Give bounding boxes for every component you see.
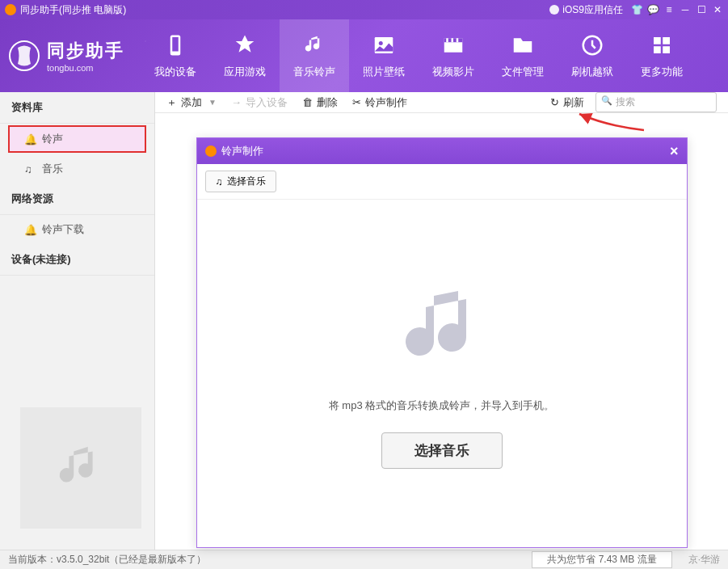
trash-icon: 🗑 xyxy=(302,96,313,108)
logo-subtitle: tongbu.com xyxy=(47,63,124,73)
maximize-button[interactable]: ☐ xyxy=(696,4,707,15)
plus-icon: ＋ xyxy=(166,95,177,110)
sidebar: 资料库 🔔 铃声 ♫ 音乐 网络资源 🔔 铃声下载 设备(未连接) xyxy=(0,92,155,550)
svg-rect-11 xyxy=(654,37,661,44)
app-icon xyxy=(5,4,16,15)
import-button[interactable]: → 导入设备 xyxy=(231,95,288,110)
shirt-icon[interactable]: 👕 xyxy=(631,4,642,15)
more-icon xyxy=(649,32,675,58)
music-note-icon: ♫ xyxy=(24,163,36,175)
apps-icon xyxy=(232,32,258,58)
add-button[interactable]: ＋ 添加 xyxy=(166,95,202,110)
hint-text: 将 mp3 格式的音乐转换成铃声，并导入到手机。 xyxy=(329,398,555,413)
nav-video[interactable]: 视频影片 xyxy=(419,19,488,92)
svg-rect-14 xyxy=(663,46,670,53)
sidebar-section-library: 资料库 xyxy=(0,92,154,124)
svg-point-4 xyxy=(379,41,383,45)
select-music-small-button[interactable]: ♫ 选择音乐 xyxy=(205,171,276,192)
modal-title: 铃声制作 xyxy=(221,144,263,158)
jailbreak-icon xyxy=(579,32,605,58)
ringtone-icon: 🔔 xyxy=(24,133,36,145)
device-icon xyxy=(162,32,188,58)
photo-icon xyxy=(371,32,397,58)
add-dropdown-icon[interactable]: ▼ xyxy=(208,98,217,107)
nav-photos[interactable]: 照片壁纸 xyxy=(349,19,419,92)
nav-device[interactable]: 我的设备 xyxy=(141,19,210,92)
info-icon xyxy=(549,5,559,15)
svg-rect-13 xyxy=(654,46,661,53)
svg-rect-9 xyxy=(457,38,459,42)
modal-header: 铃声制作 × xyxy=(197,138,687,164)
sidebar-section-network: 网络资源 xyxy=(0,183,154,215)
main-nav: 我的设备 应用游戏 音乐铃声 照片壁纸 视频影片 文件管理 刷机越狱 更多功能 xyxy=(141,19,696,92)
folder-icon xyxy=(510,32,536,58)
minimize-button[interactable]: ─ xyxy=(680,4,691,15)
logo-title: 同步助手 xyxy=(47,39,124,63)
sidebar-item-download[interactable]: 🔔 铃声下载 xyxy=(0,215,154,244)
annotation-arrow xyxy=(575,110,648,137)
video-icon xyxy=(440,32,466,58)
music-placeholder-icon xyxy=(393,279,490,379)
logo: 同步助手 tongbu.com xyxy=(8,39,124,73)
close-button[interactable]: ✕ xyxy=(712,4,723,15)
modal-icon xyxy=(205,145,217,157)
sidebar-item-ringtones[interactable]: 🔔 铃声 xyxy=(8,125,146,153)
make-ringtone-button[interactable]: ✂ 铃声制作 xyxy=(352,95,407,110)
app-title: 同步助手(同步推 电脑版) xyxy=(20,3,126,17)
titlebar: 同步助手(同步推 电脑版) iOS9应用信任 👕 💬 ≡ ─ ☐ ✕ xyxy=(0,0,728,19)
svg-rect-7 xyxy=(446,38,448,42)
nav-more[interactable]: 更多功能 xyxy=(627,19,696,92)
nav-files[interactable]: 文件管理 xyxy=(488,19,558,92)
nav-music[interactable]: 音乐铃声 xyxy=(280,19,349,92)
sidebar-item-music[interactable]: ♫ 音乐 xyxy=(0,154,154,183)
ringtone-maker-modal: 铃声制作 × ♫ 选择音乐 将 mp3 格式的音乐转换成铃声，并导入到手机。 选… xyxy=(196,137,688,548)
feedback-icon[interactable]: 💬 xyxy=(647,4,659,15)
nav-apps[interactable]: 应用游戏 xyxy=(210,19,280,92)
music-icon xyxy=(301,32,327,58)
nav-jailbreak[interactable]: 刷机越狱 xyxy=(558,19,627,92)
refresh-button[interactable]: ↻ 刷新 xyxy=(550,95,584,110)
svg-rect-2 xyxy=(172,37,179,52)
logo-mark-icon xyxy=(8,40,40,72)
header: 同步助手 tongbu.com 我的设备 应用游戏 音乐铃声 照片壁纸 视频影片… xyxy=(0,19,728,92)
main-content: ＋ 添加 ▼ → 导入设备 🗑 删除 ✂ 铃声制作 ↻ 刷新 xyxy=(155,92,728,550)
menu-icon[interactable]: ≡ xyxy=(663,4,675,15)
delete-button[interactable]: 🗑 删除 xyxy=(302,95,338,110)
ios-trust-link[interactable]: iOS9应用信任 xyxy=(549,3,623,17)
bell-icon: 🔔 xyxy=(24,224,36,235)
modal-close-button[interactable]: × xyxy=(670,143,679,160)
select-music-big-button[interactable]: 选择音乐 xyxy=(381,432,503,469)
import-icon: → xyxy=(231,96,242,108)
album-art-placeholder xyxy=(20,407,141,529)
svg-rect-8 xyxy=(452,38,454,42)
refresh-icon: ↻ xyxy=(550,96,559,108)
cut-icon: ✂ xyxy=(352,96,361,108)
note-icon: ♫ xyxy=(216,176,223,188)
sidebar-section-device: 设备(未连接) xyxy=(0,244,154,276)
svg-rect-12 xyxy=(663,37,670,44)
